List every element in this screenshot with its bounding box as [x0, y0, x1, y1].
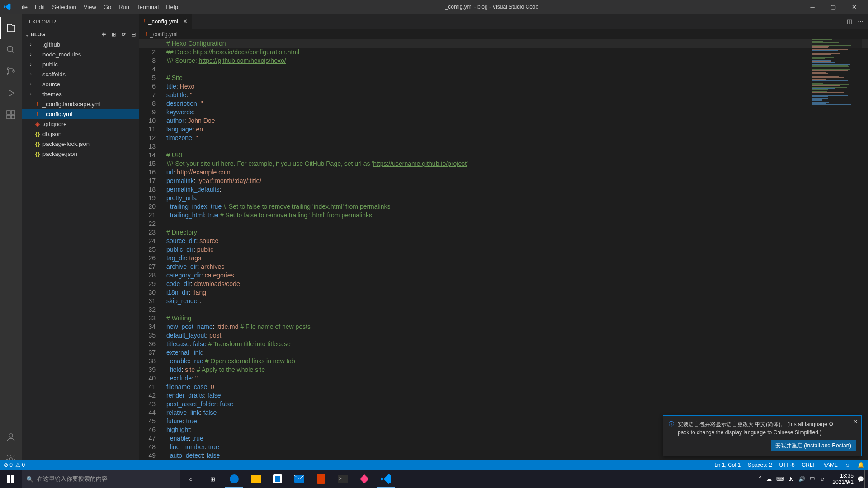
minimap[interactable]	[812, 39, 862, 470]
sidebar-folder-header[interactable]: ⌄ BLOG ✚ ⊞ ⟳ ⊟	[22, 29, 139, 39]
activity-account-icon[interactable]	[0, 427, 22, 448]
tray-volume-icon[interactable]: 🔊	[798, 476, 805, 482]
close-tab-icon[interactable]: ✕	[183, 18, 188, 25]
collapse-icon[interactable]: ⊟	[129, 32, 137, 38]
tree-item-.gitignore[interactable]: ◈.gitignore	[22, 119, 139, 129]
more-actions-icon[interactable]: ⋯	[858, 18, 863, 25]
new-file-icon[interactable]: ✚	[99, 32, 108, 38]
tray-onedrive-icon[interactable]: ☁	[766, 476, 772, 482]
svg-rect-12	[7, 479, 10, 483]
svg-rect-5	[7, 115, 10, 119]
tray-keyboard-icon[interactable]: ⌨	[776, 476, 784, 482]
status-bell-icon[interactable]: 🔔	[854, 462, 868, 468]
activity-extensions-icon[interactable]	[0, 104, 22, 126]
tree-item-themes[interactable]: ›themes	[22, 89, 139, 99]
start-button[interactable]	[0, 470, 22, 488]
tray-network-icon[interactable]: 🖧	[788, 476, 794, 482]
search-placeholder: 在这里输入你要搜索的内容	[37, 475, 108, 483]
tree-item-_config.yml[interactable]: !_config.yml	[22, 109, 139, 119]
activity-explorer-icon[interactable]	[0, 17, 22, 39]
gear-icon[interactable]: ⚙	[829, 421, 834, 427]
svg-point-14	[230, 474, 239, 483]
tree-item-public[interactable]: ›public	[22, 59, 139, 69]
cortana-icon[interactable]: ○	[180, 470, 202, 488]
tree-item-scaffolds[interactable]: ›scaffolds	[22, 69, 139, 79]
status-cursor[interactable]: Ln 1, Col 1	[711, 462, 744, 468]
notification-toast: ✕ ⓘ 安装语言包并将显示语言更改为 中文(简体)。 (Install lang…	[663, 415, 862, 456]
tree-item-package.json[interactable]: {}package.json	[22, 149, 139, 159]
status-encoding[interactable]: UTF-8	[776, 462, 798, 468]
taskbar-clock[interactable]: 13:35 2021/9/1	[829, 473, 857, 486]
svg-marker-22	[360, 474, 369, 483]
new-folder-icon[interactable]: ⊞	[109, 32, 118, 38]
file-tree: ›.github›node_modules›public›scaffolds›s…	[22, 39, 139, 159]
sidebar-header: EXPLORER ⋯	[22, 14, 139, 29]
app-icon[interactable]	[354, 470, 375, 488]
activity-search-icon[interactable]	[0, 39, 22, 61]
vscode-logo-icon	[4, 3, 11, 10]
tree-item-.github[interactable]: ›.github	[22, 39, 139, 49]
menu-help[interactable]: Help	[162, 2, 182, 12]
menu-view[interactable]: View	[80, 2, 100, 12]
notification-text: 安装语言包并将显示语言更改为 中文(简体)。 (Install language…	[678, 420, 856, 436]
menu-selection[interactable]: Selection	[48, 2, 80, 12]
notifications-icon[interactable]: 💬	[857, 476, 864, 483]
maximize-button[interactable]: ▢	[823, 0, 844, 14]
tab-config-yml[interactable]: ! _config.yml ✕	[139, 14, 192, 29]
system-tray[interactable]: ˄ ☁ ⌨ 🖧 🔊 中 ☺	[755, 475, 829, 483]
notification-close-icon[interactable]: ✕	[853, 418, 858, 425]
sidebar-more-icon[interactable]: ⋯	[127, 19, 132, 24]
editor[interactable]: 1234567891011121314151617181920212223242…	[139, 39, 868, 470]
tree-item-package-lock.json[interactable]: {}package-lock.json	[22, 139, 139, 149]
menu-bar: File Edit Selection View Go Run Terminal…	[14, 2, 182, 12]
yaml-file-icon: !	[146, 31, 147, 38]
task-view-icon[interactable]: ⊞	[202, 470, 223, 488]
tree-item-_config.landscape.yml[interactable]: !_config.landscape.yml	[22, 99, 139, 109]
mail-app-icon[interactable]	[288, 470, 310, 488]
explorer-app-icon[interactable]	[245, 470, 267, 488]
menu-file[interactable]: File	[14, 2, 31, 12]
window-title: _config.yml - blog - Visual Studio Code	[182, 4, 802, 10]
svg-rect-6	[11, 115, 15, 119]
breadcrumb[interactable]: ! _config.yml	[139, 29, 868, 39]
tray-ime-icon[interactable]: 中	[810, 475, 815, 483]
split-editor-icon[interactable]: ◫	[847, 18, 852, 25]
edge-app-icon[interactable]	[223, 470, 245, 488]
menu-terminal[interactable]: Terminal	[133, 2, 162, 12]
tab-label: _config.yml	[148, 18, 178, 25]
menu-go[interactable]: Go	[100, 2, 115, 12]
title-bar: File Edit Selection View Go Run Terminal…	[0, 0, 868, 14]
show-desktop-button[interactable]	[864, 470, 868, 488]
breadcrumb-file: _config.yml	[150, 31, 178, 38]
status-errors[interactable]: ⊘ 0	[4, 462, 13, 468]
activity-debug-icon[interactable]	[0, 82, 22, 104]
tray-input-icon[interactable]: ☺	[820, 476, 825, 482]
status-feedback-icon[interactable]: ☺	[841, 462, 854, 468]
terminal-app-icon[interactable]: >_	[332, 470, 354, 488]
tree-item-node_modules[interactable]: ›node_modules	[22, 49, 139, 59]
store-app-icon[interactable]	[267, 470, 288, 488]
menu-run[interactable]: Run	[115, 2, 133, 12]
status-eol[interactable]: CRLF	[798, 462, 820, 468]
svg-rect-19	[317, 474, 325, 484]
tree-item-db.json[interactable]: {}db.json	[22, 129, 139, 139]
svg-text:>_: >_	[339, 476, 344, 481]
office-app-icon[interactable]	[310, 470, 332, 488]
minimize-button[interactable]: ─	[802, 0, 823, 14]
yaml-file-icon: !	[144, 18, 146, 25]
code-content[interactable]: # Hexo Configuration## Docs: https://hex…	[166, 39, 805, 460]
windows-taskbar: 🔍 在这里输入你要搜索的内容 ○ ⊞ >_ ˄ ☁ ⌨ 🖧 🔊 中 ☺ 13:3…	[0, 470, 868, 488]
menu-edit[interactable]: Edit	[31, 2, 48, 12]
refresh-icon[interactable]: ⟳	[119, 32, 127, 38]
taskbar-search[interactable]: 🔍 在这里输入你要搜索的内容	[22, 470, 180, 488]
status-spaces[interactable]: Spaces: 2	[744, 462, 775, 468]
status-language[interactable]: YAML	[820, 462, 841, 468]
vscode-app-icon[interactable]	[375, 470, 397, 488]
activity-scm-icon[interactable]	[0, 61, 22, 82]
install-restart-button[interactable]: 安装并重启 (Install and Restart)	[771, 440, 856, 451]
close-button[interactable]: ✕	[844, 0, 864, 14]
chevron-down-icon: ⌄	[24, 32, 31, 38]
tree-item-source[interactable]: ›source	[22, 79, 139, 89]
tray-chevron-icon[interactable]: ˄	[759, 476, 762, 482]
status-warnings[interactable]: ⚠ 0	[15, 462, 25, 468]
